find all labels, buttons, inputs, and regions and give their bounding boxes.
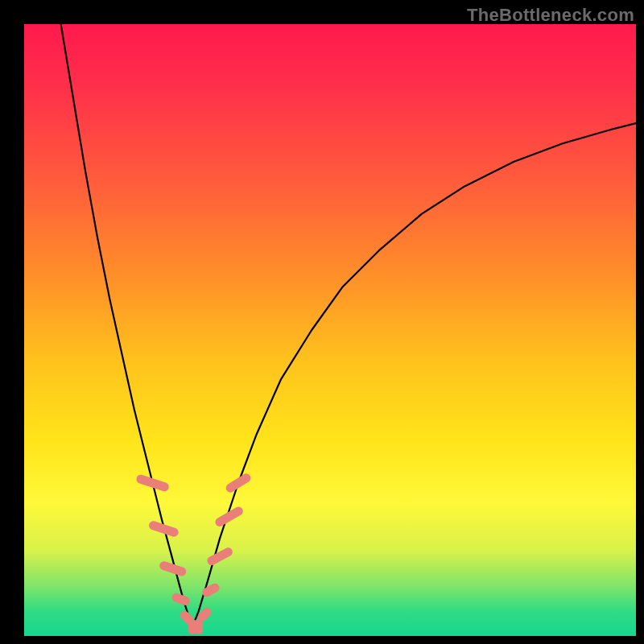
svg-rect-1 [148,520,180,538]
bottleneck-curve [61,24,636,627]
curve-path [61,24,636,627]
plot-area [24,24,636,636]
watermark-text: TheBottleneck.com [467,5,634,26]
curve-marker [135,473,170,492]
curve-marker [206,546,234,567]
chart-frame: TheBottleneck.com [0,0,644,644]
svg-rect-3 [171,592,191,606]
svg-rect-9 [206,546,234,567]
curve-marker [225,472,253,493]
curve-marker [148,520,180,538]
svg-rect-0 [135,473,170,492]
curve-marker [194,619,203,634]
svg-rect-11 [225,472,253,493]
svg-rect-6 [194,619,203,634]
chart-svg [24,24,636,636]
curve-marker [171,592,191,606]
